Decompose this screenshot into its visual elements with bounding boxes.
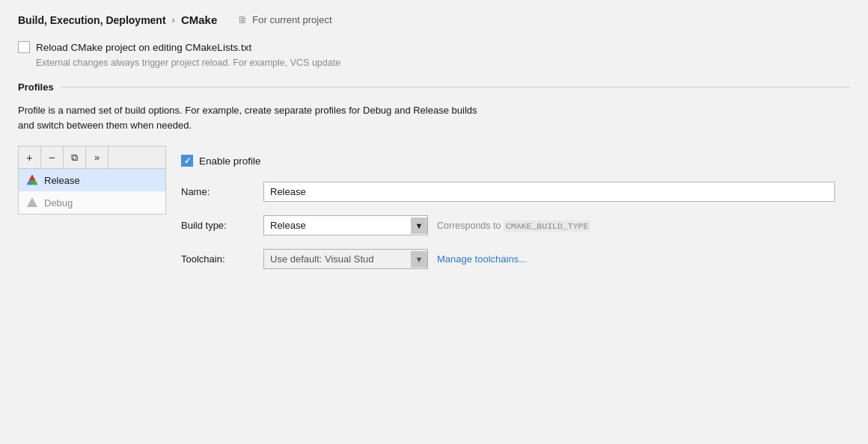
profile-description: Profile is a named set of build options.…	[18, 103, 850, 132]
copy-icon: ⧉	[71, 152, 78, 164]
toolchain-dropdown[interactable]: Use default: Visual Stud ▼	[263, 249, 428, 269]
breadcrumb-project[interactable]: 🗎 For current project	[238, 14, 331, 25]
toolchain-value: Use default: Visual Stud	[270, 253, 405, 265]
toolchain-row: Toolchain: Use default: Visual Stud ▼ Ma…	[181, 249, 835, 269]
svg-marker-2	[29, 175, 35, 180]
build-type-label: Build type:	[181, 220, 263, 231]
copy-profile-button[interactable]: ⧉	[64, 147, 86, 169]
build-type-row: Build type: Release ▼ Corresponds to CMA…	[181, 215, 835, 235]
build-type-value: Release	[270, 220, 405, 231]
profile-form: Enable profile Name: Build type: Release…	[166, 146, 850, 292]
more-options-button[interactable]: »	[86, 147, 109, 169]
enable-profile-checkbox[interactable]	[181, 155, 193, 167]
profile-list-toolbar: + − ⧉ »	[19, 147, 165, 169]
build-type-select-wrap: Release ▼ Corresponds to CMAKE_BUILD_TYP…	[263, 215, 590, 235]
profile-list-panel: + − ⧉ » Release	[18, 146, 166, 215]
remove-profile-button[interactable]: −	[41, 147, 64, 169]
reload-cmake-hint: External changes always trigger project …	[36, 58, 850, 68]
enable-profile-row[interactable]: Enable profile	[181, 155, 835, 167]
profile-item-debug[interactable]: Debug	[19, 191, 165, 214]
svg-marker-5	[27, 197, 37, 207]
name-input[interactable]	[263, 182, 835, 202]
section-divider-line	[61, 87, 850, 87]
name-row: Name:	[181, 182, 835, 202]
more-icon: »	[94, 152, 100, 163]
profile-item-release[interactable]: Release	[19, 169, 165, 191]
reload-cmake-checkbox[interactable]	[18, 41, 30, 53]
enable-profile-label: Enable profile	[199, 155, 261, 167]
breadcrumb: Build, Execution, Deployment › CMake 🗎 F…	[18, 13, 850, 26]
breadcrumb-project-label: For current project	[252, 14, 331, 25]
profile-area: + − ⧉ » Release	[18, 146, 850, 292]
dropdown-arrow-icon: ▼	[411, 218, 427, 234]
build-type-dropdown[interactable]: Release ▼	[263, 215, 428, 235]
manage-toolchains-link[interactable]: Manage toolchains...	[437, 253, 527, 265]
reload-cmake-row[interactable]: Reload CMake project on editing CMakeLis…	[18, 41, 850, 53]
cmake-debug-icon	[26, 197, 38, 209]
profile-desc-line1: Profile is a named set of build options.…	[18, 105, 477, 116]
toolchain-label: Toolchain:	[181, 253, 263, 265]
profile-desc-line2: and switch between them when needed.	[18, 120, 192, 131]
profile-release-name: Release	[44, 175, 80, 186]
project-icon: 🗎	[238, 14, 248, 25]
breadcrumb-current: CMake	[181, 13, 217, 26]
hint-prefix: Corresponds to	[437, 221, 501, 231]
build-type-hint: Corresponds to CMAKE_BUILD_TYPE	[437, 221, 590, 231]
toolchain-dropdown-arrow-icon: ▼	[411, 251, 427, 268]
profile-debug-name: Debug	[44, 197, 73, 209]
profiles-section-header: Profiles	[18, 81, 850, 93]
cmake-build-type-code: CMAKE_BUILD_TYPE	[504, 221, 590, 232]
profiles-section-title: Profiles	[18, 81, 54, 93]
add-profile-button[interactable]: +	[19, 147, 41, 169]
breadcrumb-parent[interactable]: Build, Execution, Deployment	[18, 14, 166, 26]
settings-page: Build, Execution, Deployment › CMake 🗎 F…	[0, 0, 868, 305]
reload-cmake-label: Reload CMake project on editing CMakeLis…	[36, 42, 251, 53]
breadcrumb-separator: ›	[172, 14, 175, 25]
cmake-release-icon	[26, 174, 38, 186]
name-label: Name:	[181, 186, 263, 197]
